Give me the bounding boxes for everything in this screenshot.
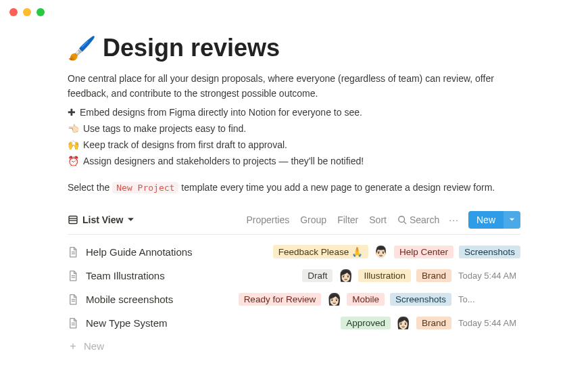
properties-button[interactable]: Properties <box>246 214 289 225</box>
window-zoom-icon[interactable] <box>36 8 45 16</box>
svg-point-3 <box>399 216 405 222</box>
status-badge: Approved <box>341 317 391 329</box>
window-minimize-icon[interactable] <box>23 8 31 16</box>
tag-badge: Screenshots <box>459 246 520 258</box>
page-title: Design reviews <box>103 34 280 62</box>
sort-button[interactable]: Sort <box>369 214 387 225</box>
filter-button[interactable]: Filter <box>337 214 358 225</box>
search-button[interactable]: Search <box>397 214 439 225</box>
list-item[interactable]: Mobile screenshotsReady for Review👩🏻Mobi… <box>68 288 520 311</box>
item-pills: Approved👩🏻Brand <box>341 316 451 330</box>
svg-line-4 <box>404 221 407 224</box>
document-icon <box>68 246 79 258</box>
item-pills: Feedback Please 🙏👨🏻Help CenterScreenshot… <box>273 245 520 259</box>
bullet-line: 🙌Keep track of designs from first draft … <box>68 137 520 154</box>
status-badge: Ready for Review <box>239 293 322 306</box>
template-instruction: Select the New Project template every ti… <box>68 182 520 193</box>
bullet-list: ✚Embed designs from Figma directly into … <box>68 105 520 169</box>
document-icon <box>68 294 79 305</box>
tag-badge: Illustration <box>358 269 411 282</box>
list-item[interactable]: New Type SystemApproved👩🏻BrandToday 5:44… <box>68 311 520 335</box>
page-icon: 🖌️ <box>68 34 96 62</box>
bullet-icon: ⏰ <box>68 154 79 170</box>
tag-badge: Help Center <box>394 246 454 258</box>
window-controls <box>0 0 588 24</box>
view-label: List View <box>82 214 123 225</box>
svg-rect-0 <box>69 216 77 223</box>
tag-badge: Brand <box>416 317 451 329</box>
tag-badge: Mobile <box>347 293 385 306</box>
item-timestamp: To... <box>458 294 520 304</box>
page-description: One central place for all your design pr… <box>68 72 520 101</box>
new-project-chip: New Project <box>112 182 178 193</box>
search-label: Search <box>410 214 439 225</box>
bullet-line: 👈🏻Use tags to make projects easy to find… <box>68 121 520 137</box>
document-icon <box>68 317 79 329</box>
bullet-text: Embed designs from Figma directly into N… <box>80 105 362 121</box>
avatar: 👩🏻 <box>338 269 353 283</box>
bullet-icon: 👈🏻 <box>68 121 79 137</box>
plus-icon: + <box>68 340 78 352</box>
bullet-text: Keep track of designs from first draft t… <box>83 137 287 154</box>
avatar: 👩🏻 <box>326 292 341 306</box>
bullet-icon: 🙌 <box>68 137 79 154</box>
template-instruction-prefix: Select the <box>68 182 109 193</box>
item-title: Team Illustrations <box>86 270 165 281</box>
list-item[interactable]: Team IllustrationsDraft👩🏻IllustrationBra… <box>68 264 520 288</box>
window-close-icon[interactable] <box>9 8 18 16</box>
bullet-line: ✚Embed designs from Figma directly into … <box>68 105 520 121</box>
status-badge: Draft <box>302 269 333 282</box>
item-title: New Type System <box>86 317 168 329</box>
item-timestamp: Today 5:44 AM <box>458 318 520 328</box>
item-title: Mobile screenshots <box>86 294 173 305</box>
item-title: Help Guide Annotations <box>86 246 193 258</box>
item-timestamp: Today 5:44 AM <box>458 271 520 281</box>
new-button-dropdown[interactable] <box>504 211 520 229</box>
new-button[interactable]: New <box>468 211 504 229</box>
tag-badge: Screenshots <box>390 293 451 306</box>
view-toolbar: List View Properties Group Filter Sort S… <box>68 211 520 235</box>
view-selector[interactable]: List View <box>68 214 134 225</box>
more-button[interactable]: ··· <box>449 214 459 225</box>
chevron-down-icon <box>127 216 134 223</box>
bullet-text: Assign designers and stakeholders to pro… <box>83 154 364 170</box>
item-list: Help Guide AnnotationsFeedback Please 🙏👨… <box>68 240 520 335</box>
document-icon <box>68 270 79 281</box>
list-item[interactable]: Help Guide AnnotationsFeedback Please 🙏👨… <box>68 240 520 264</box>
tag-badge: Brand <box>416 269 451 282</box>
template-instruction-suffix: template every time you add a new page t… <box>181 182 495 193</box>
search-icon <box>397 215 407 225</box>
group-button[interactable]: Group <box>300 214 326 225</box>
item-pills: Ready for Review👩🏻MobileScreenshots <box>239 292 451 306</box>
list-icon <box>68 214 78 225</box>
avatar: 👩🏻 <box>396 316 411 330</box>
item-pills: Draft👩🏻IllustrationBrand <box>302 269 451 283</box>
chevron-down-icon <box>509 216 515 223</box>
status-badge: Feedback Please 🙏 <box>273 245 368 258</box>
new-row-label: New <box>84 340 104 352</box>
new-row-button[interactable]: + New <box>68 335 520 358</box>
bullet-text: Use tags to make projects easy to find. <box>83 121 246 137</box>
avatar: 👨🏻 <box>374 245 389 259</box>
bullet-icon: ✚ <box>68 105 76 121</box>
bullet-line: ⏰Assign designers and stakeholders to pr… <box>68 154 520 170</box>
